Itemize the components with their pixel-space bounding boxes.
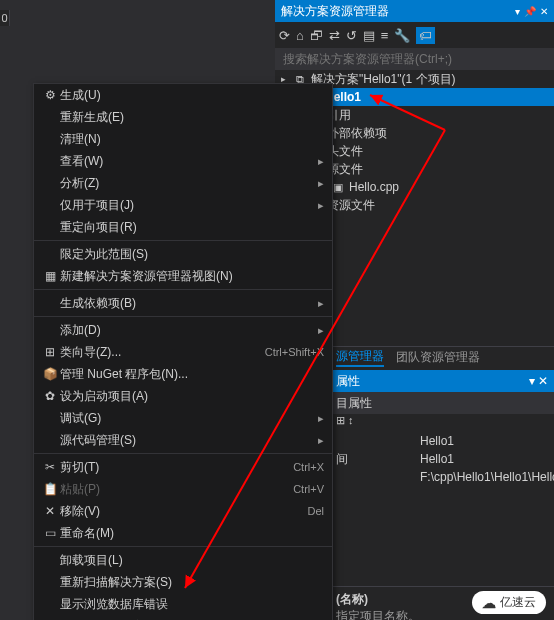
ctx-label: 生成(U) [60,87,324,104]
panel-titlebar: 解决方案资源管理器 ▾📌✕ [275,0,554,22]
ctx-label: 重新生成(E) [60,109,324,126]
dropdown-icon[interactable]: ▾ ✕ [529,374,548,388]
ctx-label: 剪切(T) [60,459,293,476]
ctx-label: 显示浏览数据库错误 [60,596,324,613]
submenu-icon: ▸ [318,177,324,190]
zero-marker: 0 [0,10,10,26]
ctx-icon: ⊞ [40,345,60,359]
ctx-label: 移除(V) [60,503,307,520]
ctx-item[interactable]: ⊞类向导(Z)...Ctrl+Shift+X [34,341,332,363]
ctx-icon: ✕ [40,504,60,518]
submenu-icon: ▸ [318,199,324,212]
ctx-icon: ✂ [40,460,60,474]
submenu-icon: ▸ [318,434,324,447]
ctx-item[interactable]: 查看(W)▸ [34,150,332,172]
ctx-label: 管理 NuGet 程序包(N)... [60,366,324,383]
ctx-label: 限定为此范围(S) [60,246,324,263]
ctx-shortcut: Del [307,505,324,517]
ctx-label: 类向导(Z)... [60,344,265,361]
ctx-label: 设为启动项目(A) [60,388,324,405]
ctx-item[interactable]: ✂剪切(T)Ctrl+X [34,456,332,478]
ctx-item[interactable]: ⚙生成(U) [34,84,332,106]
submenu-icon: ▸ [318,297,324,310]
ctx-shortcut: Ctrl+X [293,461,324,473]
ctx-label: 调试(G) [60,410,318,427]
search-box[interactable] [275,48,554,70]
ctx-label: 添加(D) [60,322,318,339]
sync-icon[interactable]: 🗗 [310,28,323,43]
ctx-label: 粘贴(P) [60,481,293,498]
prop-row[interactable]: 间Hello1 [330,450,554,468]
ctx-item[interactable]: 重定向项目(R) [34,216,332,238]
ctx-item[interactable]: 显示浏览数据库错误 [34,593,332,615]
ctx-icon: 📋 [40,482,60,496]
solution-toolbar: ⟳ ⌂ 🗗 ⇄ ↺ ▤ ≡ 🔧 🏷 [275,22,554,48]
ctx-shortcut: Ctrl+Shift+X [265,346,324,358]
tab-explorer[interactable]: 源管理器 [336,348,384,367]
prop-row[interactable]: F:\cpp\Hello1\Hello1\Hello [330,468,554,486]
ctx-label: 源代码管理(S) [60,432,318,449]
ctx-item[interactable]: 生成依赖项(B)▸ [34,292,332,314]
props-icon[interactable]: ≡ [381,28,389,43]
ctx-item[interactable]: 添加(D)▸ [34,319,332,341]
ctx-icon: ▭ [40,526,60,540]
ctx-item[interactable]: 限定为此范围(S) [34,243,332,265]
submenu-icon: ▸ [318,324,324,337]
ctx-item[interactable]: ✕移除(V)Del [34,500,332,522]
collapse-icon[interactable]: ⇄ [329,28,340,43]
ctx-icon: 📦 [40,367,60,381]
ctx-item[interactable]: 源代码管理(S)▸ [34,429,332,451]
ctx-label: 重新扫描解决方案(S) [60,574,324,591]
ctx-icon: ✿ [40,389,60,403]
window-controls[interactable]: ▾📌✕ [511,4,548,18]
ctx-label: 生成依赖项(B) [60,295,318,312]
ctx-label: 仅用于项目(J) [60,197,318,214]
submenu-icon: ▸ [318,155,324,168]
ctx-icon: ▦ [40,269,60,283]
tag-icon[interactable]: 🏷 [416,27,435,44]
ctx-label: 清理(N) [60,131,324,148]
panel-tabs: 源管理器 团队资源管理器 [330,346,554,368]
ctx-item[interactable]: 重新扫描解决方案(S) [34,571,332,593]
ctx-label: 重命名(M) [60,525,324,542]
ctx-item[interactable]: 清理(N) [34,128,332,150]
cpp-icon: ▣ [331,181,345,194]
watermark: ☁ 亿速云 [472,591,546,614]
tab-team[interactable]: 团队资源管理器 [396,349,480,366]
ctx-item[interactable]: 调试(G)▸ [34,407,332,429]
ctx-item: 📋粘贴(P)Ctrl+V [34,478,332,500]
prop-row[interactable]: Hello1 [330,432,554,450]
ctx-item[interactable]: 仅用于项目(J)▸ [34,194,332,216]
ctx-label: 查看(W) [60,153,318,170]
cloud-icon: ☁ [482,595,496,611]
properties-subtitle: 目属性 [330,392,554,414]
ctx-label: 卸载项目(L) [60,552,324,569]
house-icon[interactable]: ⌂ [296,28,304,43]
ctx-label: 分析(Z) [60,175,318,192]
ctx-item[interactable]: ▭重命名(M) [34,522,332,544]
ctx-item[interactable]: 📦管理 NuGet 程序包(N)... [34,363,332,385]
properties-grid: Hello1 间Hello1 F:\cpp\Hello1\Hello1\Hell… [330,432,554,486]
ctx-item[interactable]: 清除浏览数据库错误 [34,615,332,620]
ctx-label: 新建解决方案资源管理器视图(N) [60,268,324,285]
view-icon[interactable]: ▤ [363,28,375,43]
properties-titlebar: 属性 ▾ ✕ [330,370,554,392]
refresh-icon[interactable]: ↺ [346,28,357,43]
ctx-item[interactable]: 分析(Z)▸ [34,172,332,194]
ctx-item[interactable]: 卸载项目(L) [34,549,332,571]
home-icon[interactable]: ⟳ [279,28,290,43]
ctx-item[interactable]: 重新生成(E) [34,106,332,128]
ctx-icon: ⚙ [40,88,60,102]
search-input[interactable] [283,52,546,66]
wrench-icon[interactable]: 🔧 [394,28,410,43]
ctx-shortcut: Ctrl+V [293,483,324,495]
context-menu: ⚙生成(U)重新生成(E)清理(N)查看(W)▸分析(Z)▸仅用于项目(J)▸重… [33,83,333,620]
properties-toolbar[interactable]: ⊞ ↕ [330,414,554,432]
ctx-label: 重定向项目(R) [60,219,324,236]
submenu-icon: ▸ [318,412,324,425]
panel-title: 解决方案资源管理器 [281,3,511,20]
ctx-item[interactable]: ▦新建解决方案资源管理器视图(N) [34,265,332,287]
ctx-item[interactable]: ✿设为启动项目(A) [34,385,332,407]
